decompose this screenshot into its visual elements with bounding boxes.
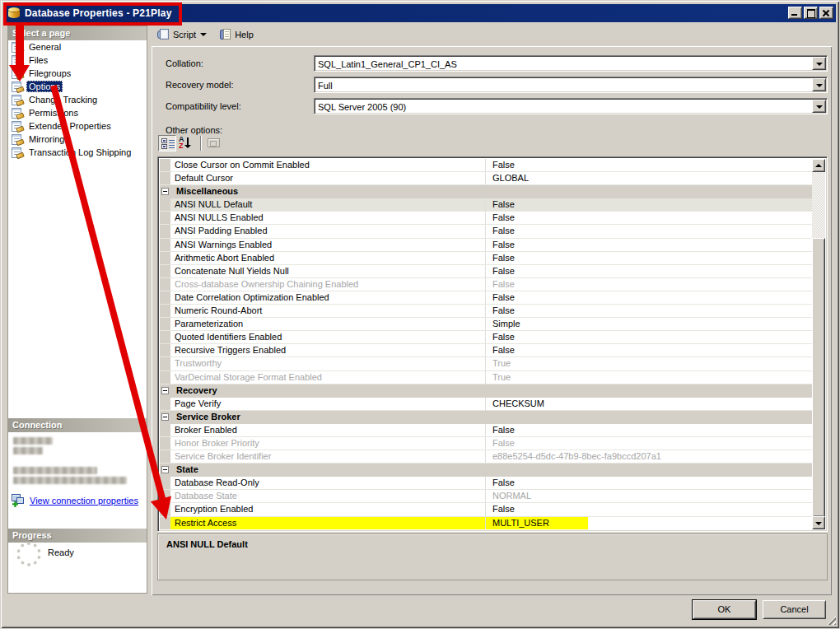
- sidebar-item-permissions[interactable]: Permissions: [8, 106, 147, 119]
- grid-property-name: ANSI Warnings Enabled: [170, 239, 486, 251]
- grid-row[interactable]: Arithmetic Abort EnabledFalse: [160, 252, 812, 265]
- sidebar-item-change-tracking[interactable]: Change Tracking: [8, 93, 147, 106]
- script-button[interactable]: Script: [157, 29, 207, 40]
- sidebar-item-general[interactable]: General: [8, 40, 147, 54]
- collation-combo[interactable]: SQL_Latin1_General_CP1_CI_AS: [314, 55, 828, 72]
- grid-property-value: False: [486, 331, 812, 343]
- grid-row[interactable]: Close Cursor on Commit EnabledFalse: [160, 159, 812, 172]
- cancel-button[interactable]: Cancel: [763, 600, 826, 619]
- compatibility-level-dropdown-icon[interactable]: [812, 100, 826, 113]
- sidebar-item-extended-properties[interactable]: Extended Properties: [8, 119, 147, 133]
- grid-row[interactable]: Database StateNORMAL: [160, 490, 812, 503]
- grid-row[interactable]: Broker EnabledFalse: [160, 424, 812, 437]
- resize-grip-icon[interactable]: [825, 614, 836, 625]
- ok-button[interactable]: OK: [693, 600, 756, 619]
- page-icon: [12, 68, 24, 79]
- grid-row[interactable]: Concatenate Null Yields NullFalse: [160, 265, 812, 278]
- sidebar-item-transaction-log-shipping[interactable]: Transaction Log Shipping: [8, 146, 147, 159]
- sidebar-item-label: Files: [26, 54, 50, 66]
- recovery-model-dropdown-icon[interactable]: [812, 78, 826, 91]
- redacted-connection-user: [13, 467, 97, 474]
- grid-row[interactable]: Date Correlation Optimization EnabledFal…: [160, 291, 812, 305]
- grid-scrollbar[interactable]: [812, 159, 825, 529]
- close-icon[interactable]: [819, 7, 833, 19]
- grid-row[interactable]: Cross-database Ownership Chaining Enable…: [160, 278, 812, 291]
- grid-row[interactable]: ParameterizationSimple: [160, 318, 812, 331]
- grid-property-name: Broker Enabled: [170, 424, 486, 436]
- view-connection-properties-link[interactable]: View connection properties: [30, 496, 138, 506]
- grid-row[interactable]: TrustworthyTrue: [160, 357, 812, 370]
- grid-category-row[interactable]: Service Broker: [160, 411, 812, 424]
- categorized-view-icon[interactable]: [158, 135, 176, 151]
- collapse-icon[interactable]: [161, 466, 169, 473]
- grid-gutter: [160, 344, 170, 356]
- titlebar[interactable]: Database Properties - P21Play: [4, 4, 836, 22]
- grid-property-name: ANSI NULL Default: [170, 198, 486, 211]
- grid-category-row[interactable]: Miscellaneous: [160, 185, 812, 198]
- grid-row[interactable]: ANSI NULL DefaultFalse: [160, 198, 812, 212]
- grid-gutter: [160, 411, 170, 423]
- grid-gutter: [160, 357, 170, 370]
- script-dropdown-icon[interactable]: [200, 33, 207, 36]
- grid-row[interactable]: Honor Broker PriorityFalse: [160, 437, 812, 450]
- grid-property-name: Encryption Enabled: [170, 503, 486, 515]
- grid-property-name: Default Cursor: [170, 172, 486, 184]
- grid-property-value: False: [486, 291, 812, 304]
- grid-row[interactable]: Restrict AccessMULTI_USER: [160, 517, 812, 529]
- grid-row[interactable]: Encryption EnabledFalse: [160, 503, 812, 516]
- grid-property-name: Arithmetic Abort Enabled: [170, 252, 486, 264]
- property-grid-body: Close Cursor on Commit EnabledFalseDefau…: [160, 159, 812, 529]
- grid-row[interactable]: Quoted Identifiers EnabledFalse: [160, 331, 812, 344]
- redacted-server-name: [13, 437, 53, 445]
- page-icon: [12, 95, 24, 105]
- minimize-icon[interactable]: [788, 7, 802, 19]
- property-description-title: ANSI NULL Default: [158, 534, 827, 549]
- grid-row[interactable]: Page VerifyCHECKSUM: [160, 398, 812, 411]
- grid-row[interactable]: Recursive Triggers EnabledFalse: [160, 344, 812, 357]
- compatibility-level-combo[interactable]: SQL Server 2005 (90): [314, 98, 828, 114]
- scrollbar-thumb[interactable]: [812, 238, 825, 517]
- grid-gutter: [160, 464, 170, 476]
- grid-row[interactable]: Default CursorGLOBAL: [160, 172, 812, 185]
- page-icon: [12, 42, 24, 53]
- collapse-icon[interactable]: [161, 188, 169, 195]
- grid-property-name: Concatenate Null Yields Null: [170, 265, 486, 277]
- collapse-icon[interactable]: [161, 413, 169, 421]
- page-list: GeneralFilesFilegroupsOptionsChange Trac…: [8, 40, 147, 159]
- grid-property-value: False: [486, 159, 812, 171]
- collapse-icon[interactable]: [161, 387, 169, 394]
- sidebar-item-label: Transaction Log Shipping: [26, 147, 133, 158]
- sidebar-item-options[interactable]: Options: [8, 80, 147, 93]
- sidebar-item-filegroups[interactable]: Filegroups: [8, 67, 147, 80]
- scrollbar-up-icon[interactable]: [812, 159, 825, 172]
- grid-row[interactable]: ANSI Padding EnabledFalse: [160, 225, 812, 238]
- grid-property-name: Honor Broker Priority: [170, 437, 486, 450]
- grid-gutter: [160, 212, 170, 224]
- grid-row[interactable]: ANSI NULLS EnabledFalse: [160, 212, 812, 225]
- maximize-icon[interactable]: [804, 7, 818, 19]
- grid-property-name: ANSI NULLS Enabled: [170, 212, 486, 224]
- collation-dropdown-icon[interactable]: [812, 57, 826, 70]
- grid-category-row[interactable]: State: [160, 464, 812, 477]
- sidebar-item-mirroring[interactable]: Mirroring: [8, 133, 147, 146]
- grid-property-name: ANSI Padding Enabled: [170, 225, 486, 237]
- grid-row[interactable]: Numeric Round-AbortFalse: [160, 305, 812, 318]
- page-icon: [12, 147, 24, 158]
- grid-category-row[interactable]: Recovery: [160, 384, 812, 398]
- grid-category-label: Recovery: [170, 384, 217, 397]
- grid-row[interactable]: Database Read-OnlyFalse: [160, 477, 812, 490]
- alphabetical-sort-icon[interactable]: AZ: [177, 135, 195, 151]
- scrollbar-down-icon[interactable]: [812, 516, 825, 529]
- grid-row[interactable]: Service Broker Identifiere88e5254-d5dc-4…: [160, 450, 812, 464]
- recovery-model-label: Recovery model:: [166, 80, 234, 90]
- grid-gutter: [160, 198, 170, 211]
- grid-row[interactable]: VarDecimal Storage Format EnabledTrue: [160, 371, 812, 384]
- progress-status: Ready: [48, 547, 74, 557]
- sidebar-item-label: Extended Properties: [26, 120, 114, 132]
- grid-row[interactable]: ANSI Warnings EnabledFalse: [160, 239, 812, 252]
- recovery-model-combo[interactable]: Full: [314, 77, 828, 93]
- sidebar-item-files[interactable]: Files: [8, 54, 147, 67]
- grid-gutter: [160, 517, 170, 529]
- help-button[interactable]: Help: [220, 29, 254, 40]
- grid-property-value: e88e5254-d5dc-47b9-8bec-fa9bccd207a1: [486, 450, 812, 463]
